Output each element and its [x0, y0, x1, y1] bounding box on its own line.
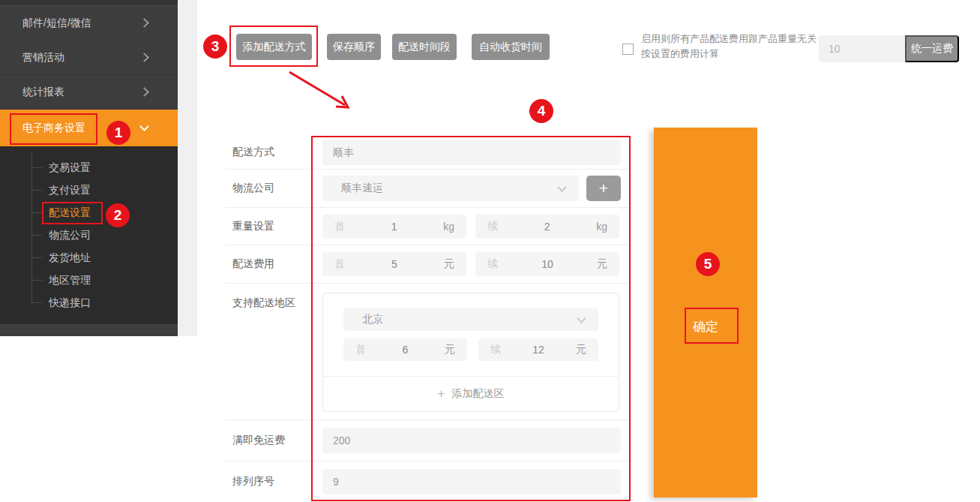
- sidebar-item-reports[interactable]: 统计报表: [0, 75, 178, 110]
- first-weight-value: 1: [391, 221, 397, 233]
- sidebar-top-strip: [0, 0, 178, 6]
- plus-icon: +: [438, 386, 445, 401]
- sidebar-item-mail-sms-wechat[interactable]: 邮件/短信/微信: [0, 6, 178, 41]
- submenu-item-payment-settings[interactable]: 支付设置: [0, 179, 178, 201]
- first-fee-unit: 元: [444, 257, 454, 271]
- region-first-fee-input[interactable]: 首 6 元: [343, 338, 467, 361]
- annotation-step-1-badge: 1: [106, 121, 130, 145]
- chevron-down-icon: [577, 314, 586, 323]
- sidebar-item-ecommerce-settings[interactable]: 电子商务设置: [0, 110, 178, 146]
- next-fee-value: 10: [541, 258, 553, 270]
- sidebar-item-label: 电子商务设置: [22, 122, 85, 135]
- sidebar-item-label: 营销活动: [22, 51, 64, 65]
- confirm-button[interactable]: 确定: [654, 318, 757, 335]
- save-order-button[interactable]: 保存顺序: [327, 34, 381, 60]
- submenu-item-shipping-address[interactable]: 发货地址: [0, 246, 178, 269]
- region-first-fee-prefix: 首: [355, 343, 366, 356]
- delivery-fee-label: 配送费用: [225, 257, 322, 271]
- form-row-delivery-method: 配送方式 顺丰: [225, 135, 631, 170]
- submenu-item-transaction-settings[interactable]: 交易设置: [0, 156, 178, 179]
- first-weight-input[interactable]: 首 1 kg: [322, 215, 466, 239]
- region-next-fee-prefix: 续: [490, 343, 501, 356]
- sort-order-label: 排列序号: [225, 475, 322, 488]
- first-weight-prefix: 首: [334, 220, 345, 233]
- form-row-free-shipping-over: 满即免运费 200: [225, 420, 631, 461]
- annotation-step-4-badge: 4: [529, 99, 553, 123]
- submenu-item-express-interface[interactable]: 快递接口: [0, 291, 178, 314]
- delivery-region-card: 北京 首 6 元 续 12 元 +: [322, 293, 619, 412]
- submenu-item-logistics-company[interactable]: 物流公司: [0, 224, 178, 246]
- confirm-panel: 确定: [654, 128, 757, 497]
- delivery-regions-label: 支持配送地区: [225, 284, 322, 310]
- chevron-right-icon: [139, 87, 149, 97]
- form-row-sort-order: 排列序号 9: [225, 461, 631, 502]
- first-fee-value: 5: [391, 258, 397, 270]
- unified-shipping-label-line2: 按设置的费用计算: [641, 47, 840, 62]
- annotation-step-3-badge: 3: [203, 35, 227, 59]
- first-fee-prefix: 首: [334, 257, 345, 271]
- sidebar-item-marketing[interactable]: 营销活动: [0, 41, 178, 75]
- chevron-right-icon: [139, 18, 149, 28]
- region-next-fee-input[interactable]: 续 12 元: [478, 338, 598, 361]
- region-selected-value: 北京: [362, 313, 383, 326]
- unified-shipping-fee-input[interactable]: 10: [819, 35, 905, 62]
- chevron-down-icon: [557, 182, 567, 192]
- weight-settings-label: 重量设置: [225, 220, 322, 233]
- sidebar-gutter: [178, 0, 197, 336]
- sidebar-item-label: 邮件/短信/微信: [22, 17, 91, 30]
- form-row-delivery-fee: 配送费用 首 5 元 续 10 元: [225, 245, 631, 284]
- submenu-item-delivery-settings[interactable]: 配送设置: [0, 201, 178, 224]
- logistics-company-selected-value: 顺丰速运: [341, 182, 383, 195]
- next-weight-prefix: 续: [487, 220, 498, 233]
- plus-icon: +: [599, 179, 608, 197]
- add-delivery-method-button[interactable]: 添加配送方式: [236, 34, 312, 60]
- delivery-method-label: 配送方式: [225, 146, 322, 159]
- chevron-down-icon: [139, 122, 149, 131]
- region-next-fee-value: 12: [532, 344, 544, 356]
- first-fee-input[interactable]: 首 5 元: [322, 252, 466, 276]
- sort-order-input[interactable]: 9: [322, 469, 621, 494]
- region-next-fee-unit: 元: [576, 343, 586, 356]
- sidebar-item-label: 统计报表: [22, 86, 64, 99]
- annotation-step-2-badge: 2: [106, 203, 130, 227]
- region-select[interactable]: 北京: [343, 308, 598, 331]
- chevron-right-icon: [139, 53, 149, 62]
- unified-shipping-button[interactable]: 统一运费: [905, 35, 959, 62]
- next-weight-input[interactable]: 续 2 kg: [475, 215, 619, 239]
- auto-receipt-time-button[interactable]: 自动收货时间: [472, 34, 550, 60]
- free-shipping-over-label: 满即免运费: [225, 434, 322, 447]
- logistics-company-label: 物流公司: [225, 182, 322, 195]
- delivery-method-form: 配送方式 顺丰 物流公司 顺丰速运 + 重量设置 首 1 kg 续 2 k: [225, 135, 631, 502]
- region-first-fee-value: 6: [403, 344, 409, 356]
- delivery-time-slot-button[interactable]: 配送时间段: [392, 34, 457, 60]
- next-fee-unit: 元: [597, 257, 607, 271]
- next-weight-unit: kg: [596, 221, 607, 233]
- form-row-logistics-company: 物流公司 顺丰速运 +: [225, 170, 631, 208]
- form-row-delivery-regions: 支持配送地区 北京 首 6 元 续 12 元: [225, 284, 631, 420]
- submenu-item-region-management[interactable]: 地区管理: [0, 269, 178, 291]
- unified-shipping-checkbox[interactable]: [622, 44, 634, 55]
- sidebar-bottom-strip: [0, 324, 178, 335]
- free-shipping-over-input[interactable]: 200: [322, 428, 621, 453]
- first-weight-unit: kg: [443, 221, 454, 233]
- delivery-method-input[interactable]: 顺丰: [322, 140, 621, 165]
- next-fee-input[interactable]: 续 10 元: [475, 252, 619, 276]
- logistics-company-select[interactable]: 顺丰速运: [322, 176, 579, 201]
- add-delivery-zone-label: 添加配送区: [451, 387, 504, 401]
- annotation-arrow: [283, 68, 361, 117]
- sidebar: 邮件/短信/微信 营销活动 统计报表 电子商务设置 交易设置 支付设置 配送设置…: [0, 0, 178, 336]
- unified-shipping-label: 启用则所有产品配送费用跟产品重量无关， 按设置的费用计算: [641, 32, 840, 62]
- add-delivery-zone-button[interactable]: + 添加配送区: [323, 376, 619, 411]
- unified-shipping-label-line1: 启用则所有产品配送费用跟产品重量无关，: [641, 32, 840, 47]
- add-logistics-company-button[interactable]: +: [586, 176, 621, 201]
- next-fee-prefix: 续: [487, 257, 498, 271]
- sidebar-submenu: 交易设置 支付设置 配送设置 物流公司 发货地址 地区管理 快递接口: [0, 146, 178, 324]
- region-first-fee-unit: 元: [445, 343, 455, 356]
- annotation-step-5-badge: 5: [696, 252, 720, 276]
- next-weight-value: 2: [544, 221, 550, 233]
- form-row-weight-settings: 重量设置 首 1 kg 续 2 kg: [225, 208, 631, 245]
